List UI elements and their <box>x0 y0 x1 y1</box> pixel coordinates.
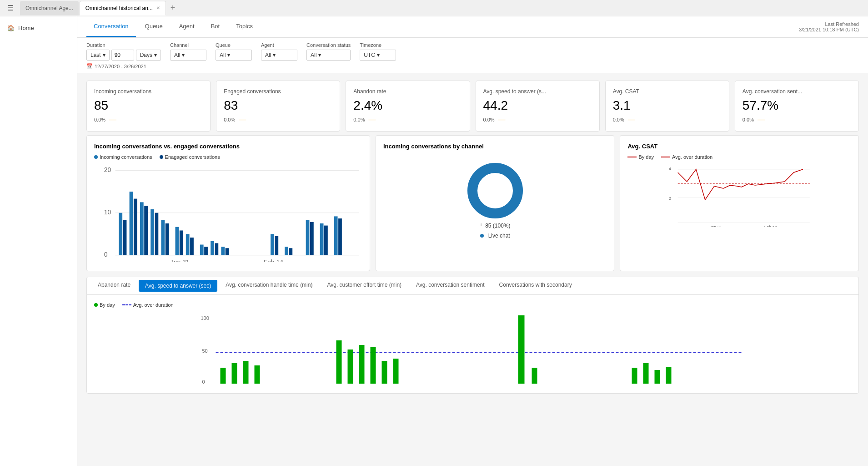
svg-rect-19 <box>186 234 190 255</box>
svg-rect-22 <box>204 247 208 255</box>
svg-point-39 <box>482 178 508 203</box>
svg-rect-20 <box>190 238 194 255</box>
svg-text:0: 0 <box>202 379 205 385</box>
svg-rect-15 <box>166 223 169 255</box>
svg-rect-31 <box>289 248 292 255</box>
line-chart-legend: By day Avg. over duration <box>627 154 851 160</box>
tab-bot[interactable]: Bot <box>204 16 227 37</box>
svg-rect-33 <box>310 222 314 255</box>
svg-rect-6 <box>119 213 122 255</box>
sidebar-item-home[interactable]: 🏠 Home <box>0 20 77 36</box>
tab-topics[interactable]: Topics <box>229 16 260 37</box>
svg-rect-18 <box>180 230 183 255</box>
svg-rect-34 <box>320 223 324 255</box>
tab-label: Omnichannel Age... <box>25 5 73 11</box>
report-tabs: Conversation Queue Agent Bot Topics <box>86 16 260 37</box>
svg-rect-54 <box>243 361 249 384</box>
tab-avg-effort[interactable]: Avg. customer effort time (min) <box>320 277 409 294</box>
svg-rect-14 <box>161 220 165 255</box>
svg-text:2: 2 <box>669 196 671 201</box>
svg-rect-57 <box>348 350 353 384</box>
agent-filter: Agent All ▾ <box>261 42 297 61</box>
chevron-down-icon: ▾ <box>154 52 157 58</box>
svg-rect-56 <box>336 340 342 384</box>
bottom-legend: By day Avg. over duration <box>94 302 851 308</box>
date-range: 📅 12/27/2020 - 3/26/2021 <box>86 63 859 69</box>
chevron-down-icon: ▾ <box>273 52 276 58</box>
svg-text:0: 0 <box>104 251 108 258</box>
tab-agent[interactable]: Agent <box>172 16 202 37</box>
timezone-select[interactable]: UTC ▾ <box>360 50 396 61</box>
svg-rect-9 <box>134 199 137 255</box>
queue-filter: Queue All ▾ <box>216 42 252 61</box>
queue-select[interactable]: All ▾ <box>216 50 252 61</box>
svg-rect-12 <box>151 209 154 255</box>
svg-text:Jan 31: Jan 31 <box>710 225 722 227</box>
svg-rect-55 <box>255 365 260 384</box>
conv-status-filter: Conversation status All ▾ <box>306 42 351 61</box>
svg-rect-61 <box>393 359 399 384</box>
calendar-icon: 📅 <box>86 63 93 69</box>
tab-queue[interactable]: Queue <box>138 16 170 37</box>
tab-omnichannel-agent[interactable]: Omnichannel Age... <box>20 1 79 15</box>
close-icon[interactable]: ✕ <box>156 5 160 10</box>
add-tab-button[interactable]: + <box>167 3 179 13</box>
chevron-down-icon: ▾ <box>182 52 185 58</box>
svg-rect-52 <box>221 368 226 384</box>
tab-conversation[interactable]: Conversation <box>86 16 136 37</box>
bottom-section: Abandon rate Avg. speed to answer (sec) … <box>86 277 859 394</box>
svg-rect-53 <box>232 363 237 384</box>
channel-select[interactable]: All ▾ <box>170 50 206 61</box>
report-header: Conversation Queue Agent Bot Topics Last… <box>77 16 868 38</box>
svg-rect-24 <box>215 243 218 255</box>
content-area: Conversation Queue Agent Bot Topics Last… <box>77 16 868 466</box>
svg-rect-59 <box>371 347 376 384</box>
conv-status-select[interactable]: All ▾ <box>306 50 351 61</box>
svg-rect-67 <box>666 367 672 384</box>
tab-label: Omnichannel historical an... <box>85 5 153 11</box>
kpi-card-abandon: Abandon rate 2.4% 0.0% — <box>346 81 470 132</box>
hamburger-icon[interactable]: ☰ <box>2 4 19 12</box>
svg-text:Feb 14: Feb 14 <box>764 225 777 227</box>
tab-avg-handle[interactable]: Avg. conversation handle time (min) <box>218 277 320 294</box>
kpi-section: Incoming conversations 85 0.0% — Engaged… <box>77 73 868 135</box>
donut-chart-card: Incoming conversations by channel └ 85 (… <box>376 135 615 271</box>
tab-abandon-rate[interactable]: Abandon rate <box>90 277 138 294</box>
svg-rect-65 <box>643 363 649 384</box>
channel-filter: Channel All ▾ <box>170 42 206 61</box>
bar-chart-legend: Incoming conversations Enagaged conversa… <box>94 154 362 160</box>
tab-omnichannel-historical[interactable]: Omnichannel historical an... ✕ <box>80 1 166 15</box>
tab-avg-speed[interactable]: Avg. speed to answer (sec) <box>139 280 217 292</box>
duration-unit-select[interactable]: Days ▾ <box>136 50 161 61</box>
agent-select[interactable]: All ▾ <box>261 50 297 61</box>
tab-avg-sentiment[interactable]: Avg. conversation sentiment <box>409 277 492 294</box>
svg-rect-30 <box>285 247 288 255</box>
main-layout: 🏠 Home Conversation Queue Agent Bot <box>0 16 868 466</box>
svg-rect-32 <box>306 220 310 255</box>
donut-chart-svg <box>463 159 527 223</box>
chevron-down-icon: ▾ <box>103 52 105 58</box>
duration-value-input[interactable] <box>111 50 134 61</box>
tab-conversations-secondary[interactable]: Conversations with secondary <box>492 277 579 294</box>
duration-preset-select[interactable]: Last ▾ <box>86 50 110 61</box>
filters-bar: Duration Last ▾ Days ▾ <box>77 38 868 73</box>
svg-rect-29 <box>275 236 278 255</box>
kpi-card-incoming: Incoming conversations 85 0.0% — <box>86 81 211 132</box>
svg-rect-26 <box>226 248 229 255</box>
svg-text:10: 10 <box>104 208 111 216</box>
bar-chart-area: 20 10 0 <box>94 163 362 263</box>
donut-container: └ 85 (100%) Live chat <box>383 154 607 243</box>
svg-rect-8 <box>130 192 133 255</box>
kpi-card-sentiment: Avg. conversation sent... 57.7% 0.0% — <box>735 81 859 132</box>
svg-rect-23 <box>211 241 214 255</box>
filters-row: Duration Last ▾ Days ▾ <box>86 42 859 61</box>
svg-rect-35 <box>324 226 328 255</box>
bottom-tabs: Abandon rate Avg. speed to answer (sec) … <box>87 277 858 295</box>
svg-text:100: 100 <box>201 315 209 321</box>
svg-rect-36 <box>334 216 338 255</box>
svg-text:Jan 31: Jan 31 <box>171 258 190 262</box>
charts-section: Incoming conversations vs. engaged conve… <box>77 135 868 277</box>
svg-text:50: 50 <box>202 348 208 354</box>
svg-rect-21 <box>200 245 204 255</box>
svg-rect-13 <box>155 213 159 255</box>
